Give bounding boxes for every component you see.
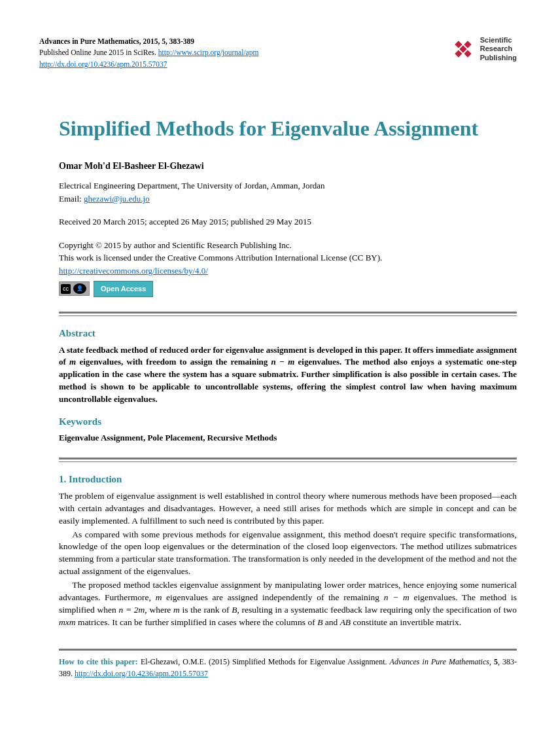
intro-frag: , where — [145, 605, 173, 615]
author-affiliation: Electrical Engineering Department, The U… — [59, 179, 517, 192]
intro-p2: As compared with some previous methods f… — [59, 529, 517, 579]
intro-frag: eigenvalues are assigned independently o… — [162, 592, 383, 602]
copyright-line1: Copyright © 2015 by author and Scientifi… — [59, 239, 517, 252]
journal-url-link[interactable]: http://www.scirp.org/journal/apm — [158, 48, 259, 56]
var-m: m — [69, 357, 76, 367]
var-n-minus-m: n − m — [271, 357, 295, 367]
introduction-section: 1. Introduction The problem of eigenvalu… — [39, 474, 517, 629]
var-mxm: mxm — [59, 617, 76, 627]
cc-by-badge-icon: cc 👤 — [59, 281, 90, 296]
var-n-eq-2m: n = 2m — [118, 605, 145, 615]
doi-link[interactable]: http://dx.doi.org/10.4236/apm.2015.57037 — [39, 60, 167, 68]
intro-frag: matrices. It can be further simplified i… — [76, 617, 318, 627]
author-email: Email: ghezawi@ju.edu.jo — [59, 192, 517, 206]
logo-line1: Scientific — [480, 36, 517, 45]
publisher-logo-icon — [450, 36, 476, 62]
license-badges: cc 👤 Open Access — [59, 281, 517, 297]
abstract-section: Abstract A state feedback method of redu… — [39, 328, 517, 443]
divider-double-top — [59, 312, 517, 316]
publisher-logo-text: Scientific Research Publishing — [480, 36, 517, 62]
intro-p1: The problem of eigenvalue assignment is … — [59, 490, 517, 528]
citation-lead: How to cite this paper: — [59, 657, 138, 666]
logo-line3: Publishing — [480, 54, 517, 62]
var-m: m — [173, 605, 180, 615]
svg-rect-2 — [455, 50, 462, 57]
keywords-heading: Keywords — [59, 416, 517, 427]
copyright-block: Copyright © 2015 by author and Scientifi… — [59, 239, 517, 297]
divider-double-bottom — [59, 458, 517, 462]
intro-frag: constitute an invertible matrix. — [351, 617, 461, 627]
copyright-line2: This work is licensed under the Creative… — [59, 251, 517, 264]
logo-line2: Research — [480, 45, 517, 53]
citation-doi-link[interactable]: http://dx.doi.org/10.4236/apm.2015.57037 — [75, 669, 208, 678]
author-block: Omar Moh'd El-Basheer El-Ghezawi Electri… — [39, 159, 517, 297]
paper-page: Advances in Pure Mathematics, 2015, 5, 3… — [0, 0, 556, 712]
intro-frag: is the rank of — [180, 605, 232, 615]
var-n-minus-m: n − m — [384, 592, 409, 602]
intro-frag: and — [322, 617, 339, 627]
svg-rect-4 — [464, 50, 471, 57]
citation-journal: Advances in Pure Mathematics — [390, 657, 489, 666]
email-link[interactable]: ghezawi@ju.edu.jo — [84, 194, 150, 204]
svg-rect-0 — [459, 45, 466, 52]
keywords-text: Eigenvalue Assignment, Pole Placement, R… — [59, 433, 517, 443]
intro-frag: , resulting in a systematic feedback law… — [237, 605, 517, 615]
var-m: m — [156, 592, 162, 602]
intro-heading: 1. Introduction — [59, 474, 517, 485]
author-name: Omar Moh'd El-Basheer El-Ghezawi — [59, 159, 517, 173]
header-meta: Advances in Pure Mathematics, 2015, 5, 3… — [39, 36, 258, 70]
svg-rect-3 — [455, 41, 462, 48]
open-access-badge: Open Access — [94, 281, 153, 297]
license-url-line: http://creativecommons.org/licenses/by/4… — [59, 264, 517, 278]
svg-rect-1 — [464, 41, 471, 48]
publisher-logo: Scientific Research Publishing — [450, 36, 517, 62]
cc-label: cc — [61, 284, 71, 295]
page-header: Advances in Pure Mathematics, 2015, 5, 3… — [39, 36, 517, 70]
intro-p3: The proposed method tackles eigenvalue a… — [59, 579, 517, 629]
abstract-text: A state feedback method of reduced order… — [59, 344, 517, 406]
pub-prefix: Published Online June 2015 in SciRes. — [39, 48, 158, 56]
citation-footer: How to cite this paper: El-Ghezawi, O.M.… — [59, 649, 517, 679]
doi-line: http://dx.doi.org/10.4236/apm.2015.57037 — [39, 59, 258, 70]
citation-text2: , — [489, 657, 494, 666]
email-label: Email: — [59, 194, 84, 204]
publication-line: Published Online June 2015 in SciRes. ht… — [39, 47, 258, 58]
citation-text1: El-Ghezawi, O.M.E. (2015) Simplified Met… — [138, 657, 390, 666]
paper-title: Simplified Methods for Eigenvalue Assign… — [39, 116, 517, 141]
var-B: B — [232, 605, 237, 615]
publication-dates: Received 20 March 2015; accepted 26 May … — [59, 215, 517, 228]
abstract-heading: Abstract — [59, 328, 517, 339]
var-AB: AB — [340, 617, 351, 627]
by-circle-icon: 👤 — [73, 283, 86, 294]
abstract-frag: eigenvalues, with freedom to assign the … — [76, 357, 271, 367]
journal-info: Advances in Pure Mathematics, 2015, 5, 3… — [39, 36, 258, 47]
license-url-link[interactable]: http://creativecommons.org/licenses/by/4… — [59, 266, 208, 276]
